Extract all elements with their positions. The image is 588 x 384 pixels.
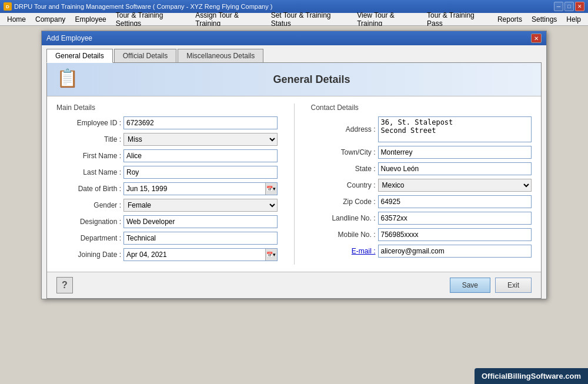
joining-date-label: Joining Date : — [56, 251, 121, 259]
section-icon — [56, 68, 86, 91]
employee-id-row: Employee ID : — [56, 116, 278, 129]
dob-calendar-button[interactable]: 📅▾ — [265, 183, 277, 195]
country-label: Country : — [311, 181, 376, 189]
email-label[interactable]: E-mail : — [311, 247, 376, 255]
title-label: Title : — [56, 135, 121, 143]
designation-input[interactable] — [123, 215, 278, 228]
joining-date-wrapper: 📅▾ — [123, 248, 278, 261]
joining-date-input[interactable] — [124, 249, 265, 260]
window-title: DRPU Tour and Training Management Softwa… — [14, 3, 272, 10]
tab-miscellaneous-details[interactable]: Miscellaneous Details — [178, 49, 263, 62]
mobile-row: Mobile No. : — [311, 228, 532, 241]
title-select[interactable]: Miss Mr Mrs Dr — [123, 133, 278, 146]
employee-id-label: Employee ID : — [56, 119, 121, 127]
watermark: OfficialBillingSoftware.com — [475, 368, 588, 384]
first-name-label: First Name : — [56, 152, 121, 160]
landline-input[interactable] — [378, 212, 532, 225]
add-employee-dialog: Add Employee ✕ General Details Official … — [41, 31, 547, 299]
minimize-button[interactable]: ─ — [554, 2, 563, 11]
form-divider — [294, 103, 295, 265]
dob-input[interactable] — [124, 183, 265, 194]
zip-code-input[interactable] — [378, 195, 532, 208]
address-row: Address : 36, St. Stalepost Second Stree… — [311, 116, 532, 142]
last-name-input[interactable] — [123, 166, 278, 179]
dob-date-wrapper: 📅▾ — [123, 182, 278, 195]
first-name-input[interactable] — [123, 149, 278, 162]
help-button[interactable]: ? — [56, 277, 73, 293]
state-label: State : — [311, 165, 376, 173]
email-input[interactable] — [378, 245, 532, 258]
app-icon: D — [4, 2, 12, 11]
first-name-row: First Name : — [56, 149, 278, 162]
menu-employee[interactable]: Employee — [70, 14, 111, 25]
designation-label: Designation : — [56, 218, 121, 226]
town-city-input[interactable] — [378, 146, 532, 159]
form-area: Main Details Employee ID : Title : Miss … — [47, 96, 541, 272]
country-select[interactable]: Mexico USA Canada — [378, 179, 532, 192]
address-input[interactable]: 36, St. Stalepost Second Street — [378, 116, 532, 142]
designation-row: Designation : — [56, 215, 278, 228]
last-name-row: Last Name : — [56, 166, 278, 179]
department-row: Department : — [56, 232, 278, 245]
tab-official-details[interactable]: Official Details — [114, 49, 176, 62]
main-area: Add Employee ✕ General Details Official … — [0, 26, 588, 384]
contact-details-section: Contact Details Address : 36, St. Stalep… — [311, 103, 532, 265]
gender-row: Gender : Female Male Other — [56, 199, 278, 212]
zip-code-row: Zip Code : — [311, 195, 532, 208]
state-row: State : — [311, 162, 532, 175]
landline-label: Landline No. : — [311, 214, 376, 222]
dialog-close-button[interactable]: ✕ — [531, 34, 542, 43]
department-label: Department : — [56, 234, 121, 242]
menu-help[interactable]: Help — [562, 14, 586, 25]
section-title: General Details — [92, 74, 532, 86]
town-city-row: Town/City : — [311, 146, 532, 159]
gender-label: Gender : — [56, 201, 121, 209]
joining-date-row: Joining Date : 📅▾ — [56, 248, 278, 261]
mobile-input[interactable] — [378, 228, 532, 241]
menu-bar: Home Company Employee Tour & Training Se… — [0, 13, 588, 26]
employee-id-input[interactable] — [123, 116, 278, 129]
joining-date-calendar-button[interactable]: 📅▾ — [265, 249, 277, 261]
window-controls: ─ □ ✕ — [554, 2, 584, 11]
email-row: E-mail : — [311, 245, 532, 258]
main-details-label: Main Details — [56, 103, 278, 112]
contact-details-label: Contact Details — [311, 103, 532, 112]
content-panel: General Details Main Details Employee ID… — [46, 62, 542, 299]
dialog-title-bar: Add Employee ✕ — [42, 31, 546, 45]
last-name-label: Last Name : — [56, 168, 121, 176]
gender-select[interactable]: Female Male Other — [123, 199, 278, 212]
dialog-title: Add Employee — [46, 34, 92, 42]
dob-label: Date of Birth : — [56, 185, 121, 193]
menu-company[interactable]: Company — [31, 14, 70, 25]
address-label: Address : — [311, 125, 376, 133]
state-input[interactable] — [378, 162, 532, 175]
dob-row: Date of Birth : 📅▾ — [56, 182, 278, 195]
bottom-area: ? Save Exit — [47, 272, 541, 298]
save-button[interactable]: Save — [450, 278, 490, 293]
menu-home[interactable]: Home — [2, 14, 31, 25]
landline-row: Landline No. : — [311, 212, 532, 225]
town-city-label: Town/City : — [311, 148, 376, 156]
maximize-button[interactable]: □ — [564, 2, 574, 11]
exit-button[interactable]: Exit — [495, 278, 532, 293]
menu-reports[interactable]: Reports — [493, 14, 527, 25]
tab-bar: General Details Official Details Miscell… — [42, 45, 546, 62]
department-input[interactable] — [123, 232, 278, 245]
menu-settings[interactable]: Settings — [527, 14, 562, 25]
tab-general-details[interactable]: General Details — [46, 49, 113, 63]
main-details-section: Main Details Employee ID : Title : Miss … — [56, 103, 278, 265]
title-row: Title : Miss Mr Mrs Dr — [56, 133, 278, 146]
country-row: Country : Mexico USA Canada — [311, 179, 532, 192]
zip-code-label: Zip Code : — [311, 198, 376, 206]
header-banner: General Details — [47, 63, 541, 96]
mobile-label: Mobile No. : — [311, 231, 376, 239]
close-window-button[interactable]: ✕ — [575, 2, 584, 11]
